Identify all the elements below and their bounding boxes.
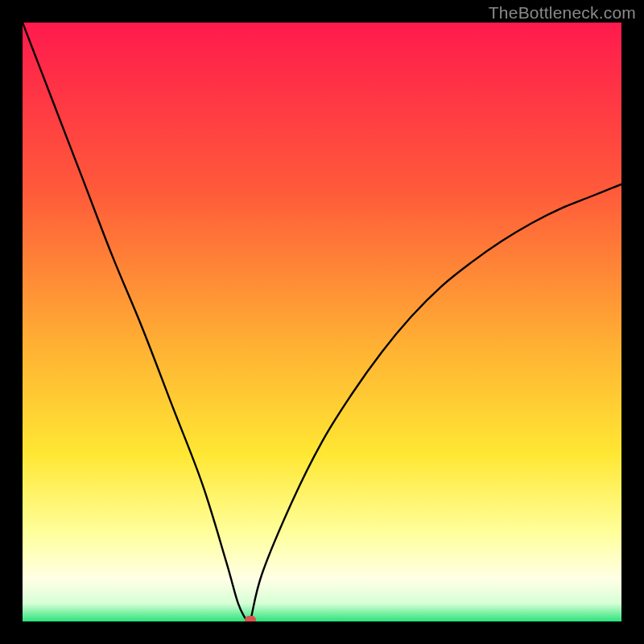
valley-marker xyxy=(245,616,256,621)
plot-area xyxy=(23,23,621,621)
chart-frame: TheBottleneck.com xyxy=(0,0,644,644)
bottleneck-curve xyxy=(23,23,621,621)
watermark-label: TheBottleneck.com xyxy=(489,3,636,23)
